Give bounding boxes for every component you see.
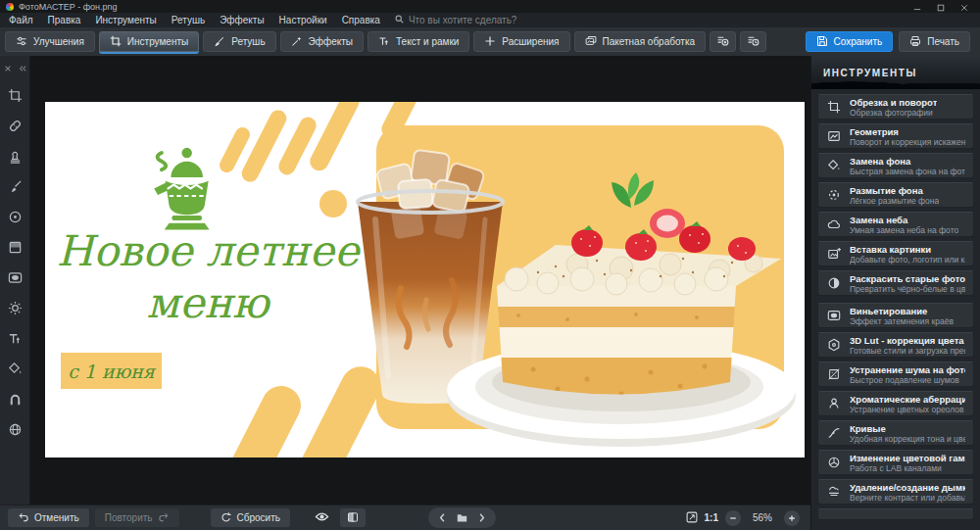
graduated-filter-tool[interactable] xyxy=(6,239,24,257)
tool-dehaze[interactable]: Удаление/создание дымкиВерните контраст … xyxy=(817,479,974,505)
tab-batch-processing[interactable]: Пакетная обработка xyxy=(574,31,707,52)
clone-stamp-tool[interactable] xyxy=(6,148,24,166)
close-icon[interactable] xyxy=(960,0,968,16)
tool-chromatic-aberration[interactable]: Хроматические аберрацииУстранение цветны… xyxy=(817,391,974,416)
minimize-icon[interactable] xyxy=(913,0,921,16)
tool-crop-rotate[interactable]: Обрезка и поворотОбрезка фотографии xyxy=(817,94,974,120)
tab-effects[interactable]: Эффекты xyxy=(280,31,364,52)
radial-filter-tool[interactable] xyxy=(6,209,24,226)
left-tool-strip xyxy=(0,56,30,530)
tools-panel: ИНСТРУМЕНТЫ Обрезка и поворотОбрезка фот… xyxy=(810,56,980,530)
crop-rotate-tool[interactable] xyxy=(6,87,24,105)
3d-lut-icon xyxy=(826,337,842,353)
toolbar: Улучшения Инструменты Ретушь Эффекты Тек… xyxy=(0,27,980,56)
tool-curves[interactable]: КривыеУдобная коррекция тона и цвета xyxy=(817,420,974,446)
promo-date-badge: с 1 июня xyxy=(61,353,162,389)
crop-icon xyxy=(110,35,122,49)
plus-icon xyxy=(484,35,496,49)
brightness-tool[interactable] xyxy=(6,300,24,317)
photo-document[interactable]: Новое летнее меню с 1 июня xyxy=(45,102,805,458)
tool-background-blur[interactable]: Размытие фонаЛёгкое размытие фона xyxy=(817,182,974,208)
crop-rotate-icon xyxy=(826,99,842,115)
tab-enhancements[interactable]: Улучшения xyxy=(5,31,95,52)
zoom-in-button[interactable] xyxy=(784,510,800,526)
print-button[interactable]: Печать xyxy=(899,31,970,52)
tab-text-frames[interactable]: Текст и рамки xyxy=(368,31,469,52)
geometry-icon xyxy=(826,128,842,144)
tools-panel-header: ИНСТРУМЕНТЫ xyxy=(811,56,980,89)
denoise-icon xyxy=(826,366,842,382)
zoom-out-button[interactable] xyxy=(725,510,741,526)
save-button[interactable]: Сохранить xyxy=(806,31,894,52)
before-after-button[interactable] xyxy=(340,508,366,527)
batch-queue-button[interactable] xyxy=(740,31,766,52)
folder-icon[interactable] xyxy=(457,509,467,527)
tool-3d-lut[interactable]: 3D Lut - коррекция цветаГотовые стили и … xyxy=(817,332,974,358)
batch-add-button[interactable] xyxy=(710,31,736,52)
text-icon xyxy=(378,35,390,49)
add-to-queue-icon xyxy=(716,33,729,51)
vignette-icon xyxy=(826,308,842,323)
reset-button[interactable]: Сбросить xyxy=(211,508,290,527)
brush-tool[interactable] xyxy=(6,178,24,196)
search-input[interactable] xyxy=(409,15,663,25)
healing-patch-tool[interactable] xyxy=(6,118,24,135)
search-icon xyxy=(395,15,404,25)
eye-icon xyxy=(315,509,329,526)
tool-vignette[interactable]: ВиньетированиеЭффект затемнения краёв xyxy=(817,303,974,328)
preview-original-button[interactable] xyxy=(310,508,334,527)
brush-icon xyxy=(214,35,225,49)
menu-settings[interactable]: Настройки xyxy=(279,15,327,25)
menubar: Файл Правка Инструменты Ретушь Эффекты Н… xyxy=(0,13,980,27)
zoom-level: 56% xyxy=(748,512,777,523)
menu-edit[interactable]: Правка xyxy=(48,15,81,25)
collapse-panel-icon[interactable] xyxy=(19,59,26,76)
sliders-icon xyxy=(16,35,27,49)
queue-clock-icon xyxy=(747,33,760,51)
fill-color-tool[interactable] xyxy=(6,361,24,378)
tool-sky-replace[interactable]: Замена небаУмная замена неба на фото xyxy=(817,212,974,237)
app-logo-icon xyxy=(6,3,14,11)
decor-stripe xyxy=(206,379,308,458)
close-panel-icon[interactable] xyxy=(4,59,12,76)
vignette-tool[interactable] xyxy=(6,269,24,287)
tool-geometry[interactable]: ГеометрияПоворот и коррекция искажений xyxy=(817,123,974,149)
tool-insert-picture[interactable]: Вставка картинкиДобавьте фото, логотип и… xyxy=(817,241,974,266)
background-replace-icon xyxy=(826,158,842,173)
tool-background-replace[interactable]: Замена фонаБыстрая замена фона на фото xyxy=(817,153,974,178)
tab-extensions[interactable]: Расширения xyxy=(473,31,569,52)
actual-size-button[interactable]: 1:1 xyxy=(705,512,718,523)
menu-effects[interactable]: Эффекты xyxy=(220,15,264,25)
text-tool[interactable] xyxy=(6,330,24,348)
next-photo-icon[interactable] xyxy=(476,509,487,527)
fit-screen-icon[interactable] xyxy=(686,509,698,527)
mint-leaves xyxy=(612,172,654,208)
tool-denoise[interactable]: Устранение шума на фотоБыстрое подавлени… xyxy=(817,361,974,387)
cake-image xyxy=(440,149,799,455)
menu-retouch[interactable]: Ретушь xyxy=(172,15,205,25)
menu-file[interactable]: Файл xyxy=(9,15,33,25)
previous-photo-icon[interactable] xyxy=(437,509,448,527)
tab-tools[interactable]: Инструменты xyxy=(99,31,199,52)
magic-wand-icon xyxy=(291,35,303,49)
teapot-icon xyxy=(138,139,222,234)
undo-icon xyxy=(18,511,29,525)
photo-navigator xyxy=(428,507,496,528)
tool-color-gamma[interactable]: Изменение цветовой гаммыРабота с LAB кан… xyxy=(817,450,974,475)
colorize-icon xyxy=(826,275,842,291)
undo-button[interactable]: Отменить xyxy=(8,508,89,527)
redo-button[interactable]: Повторить xyxy=(95,508,179,527)
maximize-icon[interactable] xyxy=(937,0,945,16)
save-icon xyxy=(816,35,828,49)
redo-icon xyxy=(158,511,170,525)
tool-card-partial[interactable] xyxy=(817,508,974,520)
menu-help[interactable]: Справка xyxy=(342,15,380,25)
color-gamma-icon xyxy=(826,455,842,470)
tab-retouch[interactable]: Ретушь xyxy=(203,31,275,52)
sphere-distort-tool[interactable] xyxy=(6,421,24,439)
magnet-selection-tool[interactable] xyxy=(6,391,24,409)
menu-tools[interactable]: Инструменты xyxy=(95,15,156,25)
tools-list: Обрезка и поворотОбрезка фотографии Геом… xyxy=(811,89,980,530)
tool-colorize[interactable]: Раскрасить старые фотоПревратить чёрно-б… xyxy=(817,270,974,296)
promo-heading: Новое летнее меню xyxy=(45,225,370,329)
